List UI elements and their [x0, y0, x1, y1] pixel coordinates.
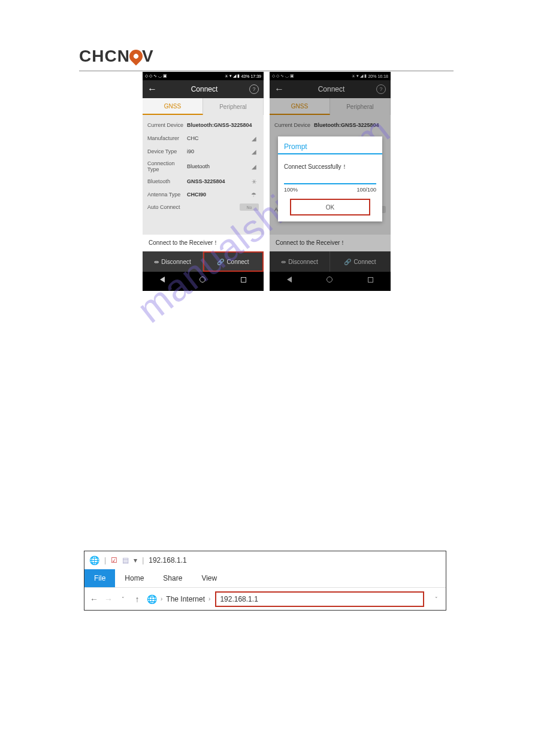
internet-icon: 🌐 [147, 594, 157, 604]
nav-recent-icon[interactable] [368, 277, 373, 283]
status-bar: ◇◇∿◡▣ ⚹ ▾ ◢ ▮ 20% 16:18 [270, 72, 391, 80]
back-icon[interactable]: ← [274, 84, 286, 95]
battery-icon: ▮ [237, 74, 240, 78]
help-icon[interactable]: ? [376, 84, 386, 94]
wifi-icon: ▾ [356, 74, 359, 78]
appbar-title: Connect [159, 85, 249, 93]
status-bar: ◇◇∿◡▣ ⚹ ▾ ◢ ▮ 43% 17:39 [143, 72, 264, 80]
device-type-value[interactable]: i90 [187, 148, 259, 154]
battery-icon: ▮ [364, 74, 367, 78]
wifi-icon: ▾ [229, 74, 232, 78]
nav-up-arrow[interactable]: ↑ [132, 594, 142, 604]
page-header: CHCNV [79, 47, 454, 71]
chevron-right-icon: › [208, 596, 210, 602]
clock-text: 17:39 [250, 74, 261, 78]
auto-connect-label: Auto Connect [147, 204, 180, 210]
current-device-value: Bluetooth:GNSS-3225804 [187, 122, 259, 128]
dropdown-icon[interactable]: ◢ [252, 135, 256, 142]
brand-logo: CHCNV [79, 47, 154, 65]
menu-view[interactable]: View [192, 569, 226, 587]
current-device-value: Bluetooth:GNSS-3225804 [314, 122, 386, 128]
screenshot-phone-connect: ◇◇∿◡▣ ⚹ ▾ ◢ ▮ 43% 17:39 ← Connect ? GNSS… [143, 72, 264, 291]
chevron-right-icon: › [161, 596, 162, 602]
nav-back-icon[interactable] [287, 277, 292, 283]
address-dropdown[interactable]: ˅ [431, 596, 441, 602]
android-navbar [143, 272, 264, 287]
disconnect-button[interactable]: ⇹Disconnect [143, 251, 203, 272]
nav-back-icon[interactable] [160, 277, 165, 283]
app-bar: ← Connect ? [143, 80, 264, 98]
manufacturer-label: Manufacturer [147, 135, 187, 141]
manufacturer-value[interactable]: CHC [187, 135, 259, 141]
dialog-ok-button[interactable]: OK [290, 199, 370, 215]
antenna-type-value[interactable]: CHCI90 [187, 192, 259, 198]
menu-share[interactable]: Share [153, 569, 192, 587]
dropdown-icon[interactable]: ◢ [252, 163, 256, 170]
current-device-label: Current Device [274, 122, 314, 128]
prompt-dialog: Prompt Connect Successfully！ 100% 100/10… [278, 136, 382, 221]
menu-home[interactable]: Home [115, 569, 153, 587]
unlink-icon: ⇹ [281, 259, 286, 265]
nav-home-icon[interactable] [200, 277, 205, 283]
tab-peripheral[interactable]: Peripheral [330, 98, 391, 115]
nav-home-icon[interactable] [327, 277, 333, 283]
unlink-icon: ⇹ [154, 259, 159, 265]
nav-back-arrow[interactable]: ← [89, 594, 99, 604]
nav-recent-icon[interactable] [241, 277, 246, 283]
dropdown-icon[interactable]: ◢ [252, 148, 256, 155]
link-icon: 🔗 [344, 259, 351, 265]
auto-connect-toggle[interactable]: No [240, 204, 259, 211]
antenna-type-label: Antenna Type [147, 192, 187, 198]
connect-button[interactable]: 🔗Connect [203, 251, 264, 272]
bluetooth-icon: ⚹ [225, 74, 228, 78]
network-icon: 🌐 [89, 555, 99, 565]
link-icon: 🔗 [217, 259, 224, 265]
battery-text: 43% [241, 74, 249, 78]
tab-gnss[interactable]: GNSS [270, 98, 330, 115]
connect-button[interactable]: 🔗Connect [330, 251, 391, 272]
battery-text: 20% [368, 74, 376, 78]
logo-prefix: CHCN [79, 47, 130, 65]
breadcrumb-internet[interactable]: The Internet [166, 595, 205, 603]
back-icon[interactable]: ← [147, 84, 159, 95]
connection-type-label: Connection Type [147, 160, 187, 172]
bluetooth-icon: ⚹ [252, 178, 256, 185]
current-device-label: Current Device [147, 122, 187, 128]
signal-icon: ◢ [360, 74, 363, 78]
address-bar[interactable]: 192.168.1.1 [215, 591, 424, 607]
app-bar: ← Connect ? [270, 80, 391, 98]
nav-history-dropdown[interactable]: ˅ [118, 596, 128, 602]
tab-gnss[interactable]: GNSS [143, 98, 203, 115]
explorer-window: 🌐 | ☑ ▤ ▾ | 192.168.1.1 File Home Share … [84, 551, 446, 611]
hint-text: Connect to the Receiver！ [143, 235, 264, 251]
menu-file[interactable]: File [84, 569, 115, 587]
dialog-message: Connect Successfully！ [278, 154, 382, 180]
nav-forward-arrow[interactable]: → [104, 594, 113, 604]
signal-icon: ◢ [233, 74, 236, 78]
folder-icon: ▤ [122, 556, 129, 564]
device-type-label: Device Type [147, 148, 187, 154]
connection-type-value[interactable]: Bluetooth [187, 163, 259, 169]
logo-suffix: V [142, 47, 154, 65]
android-navbar [270, 272, 391, 287]
antenna-icon: ☂ [251, 192, 256, 198]
bluetooth-icon: ⚹ [352, 74, 355, 78]
bluetooth-value[interactable]: GNSS-3225804 [187, 178, 259, 184]
bluetooth-label: Bluetooth [147, 178, 187, 184]
progress-percent: 100% [284, 187, 298, 193]
disconnect-button[interactable]: ⇹Disconnect [270, 251, 330, 272]
appbar-title: Connect [286, 85, 376, 93]
progress-count: 100/100 [356, 187, 376, 193]
clock-text: 16:18 [377, 74, 388, 78]
checkbox-icon[interactable]: ☑ [111, 556, 117, 564]
dialog-title: Prompt [278, 136, 382, 154]
window-title: 192.168.1.1 [149, 556, 186, 564]
hint-text: Connect to the Receiver！ [270, 235, 391, 251]
help-icon[interactable]: ? [249, 84, 259, 94]
tab-peripheral[interactable]: Peripheral [203, 98, 264, 115]
screenshot-phone-prompt: ◇◇∿◡▣ ⚹ ▾ ◢ ▮ 20% 16:18 ← Connect ? GNSS… [270, 72, 391, 291]
